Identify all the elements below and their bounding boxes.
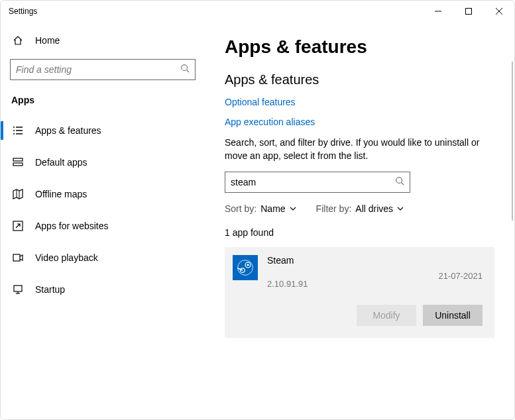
app-card[interactable]: Steam 2.10.91.91 21-07-2021 Modify Unins… — [225, 247, 494, 338]
titlebar: Settings — [1, 1, 514, 22]
search-icon — [180, 64, 190, 76]
window-title: Settings — [9, 7, 37, 16]
nav-label: Startup — [35, 284, 65, 295]
sort-dropdown[interactable]: Sort by: Name — [225, 203, 296, 214]
app-search[interactable] — [225, 172, 410, 193]
section-description: Search, sort, and filter by drive. If yo… — [225, 136, 490, 162]
svg-point-23 — [238, 260, 253, 276]
video-icon — [11, 252, 25, 263]
nav-apps-websites[interactable]: Apps for websites — [1, 210, 205, 242]
window-controls — [423, 1, 514, 22]
uninstall-button[interactable]: Uninstall — [423, 305, 483, 326]
modify-button: Modify — [357, 305, 416, 326]
nav-apps-features[interactable]: Apps & features — [1, 115, 205, 146]
home-nav[interactable]: Home — [1, 27, 205, 54]
sort-value: Name — [260, 203, 285, 214]
svg-rect-13 — [13, 163, 23, 166]
search-icon — [395, 176, 404, 188]
app-search-input[interactable] — [231, 177, 395, 187]
defaults-icon — [11, 157, 25, 168]
section-subtitle: Apps & features — [225, 72, 494, 87]
section-label: Apps — [1, 89, 205, 115]
maximize-button[interactable] — [453, 1, 484, 22]
svg-point-4 — [182, 65, 188, 71]
app-name: Steam — [267, 255, 439, 266]
scrollbar[interactable] — [512, 62, 513, 221]
svg-rect-18 — [14, 286, 22, 291]
nav-default-apps[interactable]: Default apps — [1, 146, 205, 178]
results-count: 1 app found — [225, 227, 494, 238]
app-date: 21-07-2021 — [439, 263, 483, 281]
chevron-down-icon — [290, 203, 296, 214]
main-panel: Apps & features Apps & features Optional… — [205, 22, 514, 419]
chevron-down-icon — [397, 203, 404, 214]
svg-rect-17 — [13, 254, 20, 261]
filter-value: All drives — [355, 203, 393, 214]
sort-label: Sort by: — [225, 203, 257, 214]
filter-label: Filter by: — [316, 203, 352, 214]
open-icon — [11, 221, 25, 231]
close-button[interactable] — [484, 1, 514, 22]
map-icon — [11, 189, 25, 199]
home-icon — [11, 35, 25, 46]
svg-point-25 — [247, 264, 249, 266]
svg-line-22 — [402, 183, 404, 185]
app-version: 2.10.91.91 — [267, 279, 439, 289]
svg-rect-1 — [466, 9, 472, 15]
page-title: Apps & features — [225, 36, 494, 58]
home-label: Home — [35, 35, 60, 46]
svg-line-5 — [187, 70, 190, 73]
nav-label: Apps & features — [35, 125, 101, 136]
settings-search-input[interactable] — [16, 64, 180, 75]
sidebar: Home Apps Apps & features Default apps — [1, 22, 205, 419]
nav-label: Offline maps — [35, 189, 87, 199]
nav-video-playback[interactable]: Video playback — [1, 242, 205, 274]
nav-label: Default apps — [35, 157, 87, 168]
nav-label: Video playback — [35, 252, 98, 263]
link-optional-features[interactable]: Optional features — [225, 97, 494, 107]
svg-rect-12 — [13, 158, 23, 161]
link-app-aliases[interactable]: App execution aliases — [225, 117, 494, 127]
list-icon — [11, 125, 25, 136]
settings-search[interactable] — [10, 59, 196, 80]
minimize-button[interactable] — [423, 1, 453, 22]
filter-dropdown[interactable]: Filter by: All drives — [316, 203, 404, 214]
nav-startup[interactable]: Startup — [1, 274, 205, 305]
steam-icon — [233, 255, 258, 280]
nav-label: Apps for websites — [35, 221, 109, 231]
svg-point-21 — [396, 178, 402, 184]
filter-row: Sort by: Name Filter by: All drives — [225, 203, 494, 214]
startup-icon — [11, 284, 25, 295]
nav-offline-maps[interactable]: Offline maps — [1, 178, 205, 210]
